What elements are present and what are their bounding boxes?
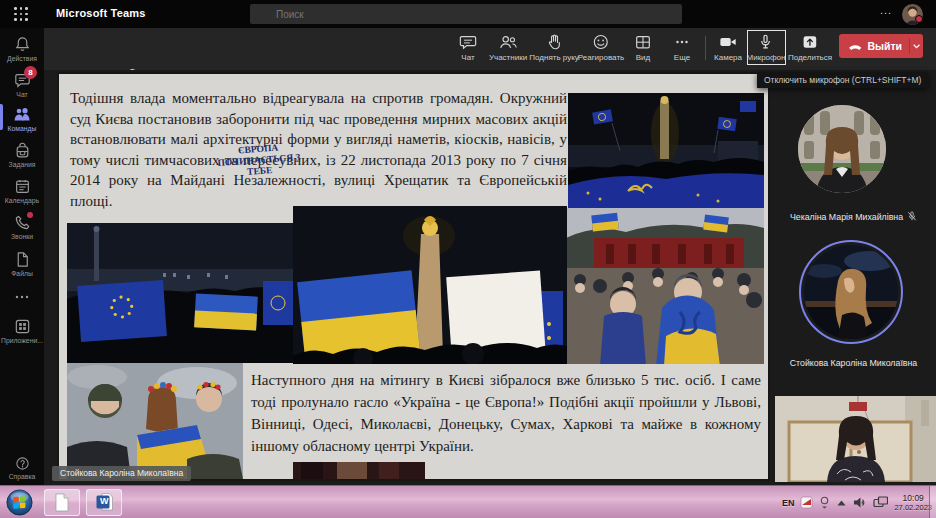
raise-hand-button-label: Поднять руку [529, 53, 578, 62]
app-title: Microsoft Teams [56, 7, 146, 19]
sidebar-item-apps[interactable]: Приложени... [0, 318, 44, 344]
participant-avatar-1[interactable] [798, 105, 886, 193]
file-icon [14, 251, 31, 268]
camera-button[interactable]: Камера [714, 33, 742, 62]
taskbar-app-document[interactable] [44, 489, 80, 516]
react-button[interactable]: Реагировать [578, 33, 624, 62]
participant-avatar-2[interactable] [804, 245, 898, 339]
sidebar-item-label: Приложени... [1, 337, 43, 344]
sidebar-item-calendar[interactable]: Календарь [0, 178, 44, 204]
more-actions-button-label: Еще [674, 53, 690, 62]
sidebar-item-help[interactable]: Справка [0, 456, 44, 480]
share-button[interactable]: Поделиться [788, 33, 832, 62]
chat-button-label: Чат [461, 53, 474, 62]
camera-button-label: Камера [714, 53, 742, 62]
presence-busy-dot [915, 15, 923, 23]
leave-button-label: Выйти [867, 40, 902, 52]
search-input[interactable] [250, 4, 682, 24]
shared-screen-slide: Тодішня влада моментально відреагувала н… [57, 72, 770, 481]
slide-paragraph-2-box: Наступного дня на мітингу в Києві зібрал… [245, 364, 766, 462]
calendar-icon [14, 178, 31, 195]
show-desktop-button[interactable] [929, 486, 936, 518]
leave-button[interactable]: Выйти [839, 34, 923, 58]
show-hidden-icons-arrow[interactable] [836, 499, 847, 507]
titlebar-more-button[interactable]: ... [880, 4, 892, 16]
sidebar-item-chat[interactable]: Чат [0, 72, 44, 98]
document-icon [54, 493, 70, 512]
photo-eu-flag-night [67, 223, 295, 363]
participant-name-1: Чекаліна Марія Михайлівна [771, 211, 936, 222]
clock-time: 10:09 [894, 493, 932, 503]
view-button[interactable]: Вид [634, 33, 652, 62]
help-icon [15, 456, 30, 471]
hang-up-icon [847, 38, 863, 54]
taskbar-app-word[interactable]: W [86, 489, 122, 516]
sidebar-item-label: Команды [8, 125, 37, 132]
share-icon [801, 33, 819, 51]
participant-name-2-text: Стойкова Кароліна Миколаївна [790, 358, 918, 368]
participants-button[interactable]: Участники [489, 33, 527, 62]
sidebar-item-label: Звонки [11, 233, 33, 240]
presenter-name-label: Стойкова Кароліна Миколаївна [52, 466, 191, 481]
react-button-label: Реагировать [578, 53, 624, 62]
mic-icon [757, 33, 775, 51]
participants-button-label: Участники [489, 53, 527, 62]
sidebar-item-teams[interactable]: Команды [0, 106, 44, 132]
view-button-label: Вид [636, 53, 650, 62]
backpack-icon [14, 142, 31, 159]
sidebar-more-button[interactable] [0, 293, 44, 301]
word-icon-letter: W [100, 496, 109, 506]
sidebar-item-label: Чат [16, 91, 27, 98]
windows-taskbar: W EN 10:09 27.02.2023 [0, 485, 936, 518]
react-smiley-icon [592, 33, 610, 51]
sidebar-item-activity[interactable]: Действия [0, 36, 44, 62]
sidebar-item-label: Календарь [5, 197, 39, 204]
participant-video-tile[interactable] [775, 396, 936, 482]
raise-hand-icon [545, 33, 563, 51]
sidebar-item-label: Справка [9, 473, 36, 480]
apps-grid-icon [14, 318, 31, 335]
tray-sync-icon[interactable] [819, 496, 830, 509]
display-connect-icon[interactable] [873, 496, 888, 509]
teams-people-icon [13, 106, 31, 123]
view-grid-icon [634, 33, 652, 51]
tray-notification-icon[interactable] [800, 496, 813, 509]
chat-button[interactable]: Чат [459, 33, 478, 62]
mic-off-icon [907, 211, 917, 222]
sidebar-item-label: Файлы [11, 270, 33, 277]
bell-icon [14, 36, 31, 53]
share-button-label: Поделиться [788, 53, 832, 62]
titlebar: Microsoft Teams ... [0, 0, 936, 28]
taskbar-clock[interactable]: 10:09 27.02.2023 [894, 492, 932, 513]
mic-button-label: Микрофон [747, 53, 786, 62]
language-indicator[interactable]: EN [782, 498, 795, 508]
chat-badge: 8 [24, 66, 37, 79]
clock-date: 27.02.2023 [894, 503, 932, 513]
sidebar-item-assignments[interactable]: Задания [0, 142, 44, 168]
sidebar-item-label: Действия [7, 55, 37, 62]
sidebar-item-calls[interactable]: Звонки [0, 214, 44, 240]
participant-name-1-text: Чекаліна Марія Михайлівна [790, 212, 903, 222]
more-dots-icon [14, 293, 30, 301]
chat-icon [459, 33, 478, 51]
sidebar-item-files[interactable]: Файлы [0, 251, 44, 277]
mic-button[interactable]: Микрофон [747, 33, 786, 62]
slide-paragraph-1: Тодішня влада моментально відреагувала н… [70, 88, 567, 212]
volume-icon[interactable] [853, 496, 867, 509]
camera-icon [718, 33, 738, 51]
photo-women-flower-crowns [67, 363, 243, 479]
sidebar-item-label: Задания [9, 161, 36, 168]
more-dots-icon [673, 33, 691, 51]
raise-hand-button[interactable]: Поднять руку [529, 33, 578, 62]
start-button[interactable] [6, 489, 33, 516]
slide-paragraph-2: Наступного дня на мітингу в Києві зібрал… [251, 369, 761, 457]
participants-icon [498, 33, 519, 51]
participant-name-2: Стойкова Кароліна Миколаївна [771, 358, 936, 368]
photo-maidan-column-night [568, 93, 764, 209]
photo-crowd-wrapped-flags [566, 208, 764, 366]
app-launcher-icon[interactable] [14, 7, 28, 21]
chevron-down-icon[interactable] [910, 38, 923, 54]
mic-tooltip: Отключить микрофон (CTRL+SHIFT+M) [757, 72, 928, 88]
banner-slogan: ЄВРОПА ПОЧИНАЄТЬСЯ З ТЕБЕ [210, 141, 308, 181]
more-actions-button[interactable]: Еще [673, 33, 691, 62]
